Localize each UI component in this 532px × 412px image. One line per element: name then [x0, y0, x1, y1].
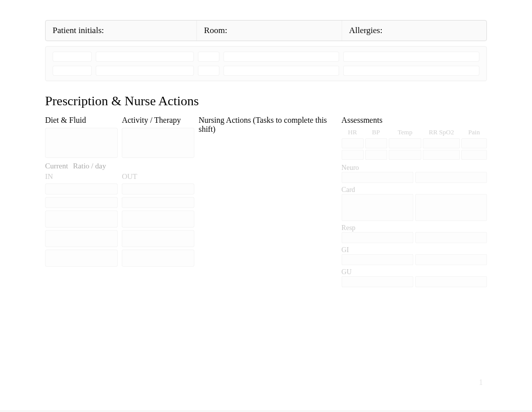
diet-current-label: Current: [45, 162, 68, 170]
diet-row: [45, 197, 118, 208]
nursing-heading: Nursing Actions (Tasks to complete this …: [198, 116, 337, 137]
vitals-cell: [423, 138, 459, 148]
col-nursing-actions: Nursing Actions (Tasks to complete this …: [198, 116, 337, 287]
vitals-table: HR BP Temp RR SpO2 Pain: [342, 128, 487, 160]
assess-card-label: Card: [342, 185, 413, 194]
info-grid-block: [45, 46, 487, 81]
assess-cell: [342, 232, 413, 243]
diet-row: [45, 250, 118, 267]
grid-cell: [343, 52, 479, 62]
diet-fluid-heading: Diet & Fluid: [45, 116, 118, 128]
activity-heading: Activity / Therapy: [122, 116, 194, 128]
vitals-cell: [389, 138, 422, 148]
diet-ratio-label: Ratio / day: [73, 162, 106, 170]
assess-neuro-label: Neuro: [342, 163, 413, 172]
footer-line: [0, 410, 532, 412]
page-number: 1: [479, 378, 483, 387]
activity-row: [122, 250, 194, 267]
assess-cell: [342, 276, 413, 287]
grid-cell: [343, 66, 479, 76]
activity-row: [122, 211, 194, 228]
vitals-cell: [389, 150, 422, 160]
grid-cell: [198, 66, 219, 76]
assess-cell: [415, 232, 487, 243]
grid-cell: [96, 52, 194, 62]
assess-cell: [342, 194, 413, 221]
col-diet-fluid: Diet & Fluid Current Ratio / day IN: [45, 116, 118, 287]
room-label: Room:: [197, 21, 342, 41]
grid-cell: [53, 66, 92, 76]
vitals-cell: [342, 150, 364, 160]
vitals-cell: [365, 138, 387, 148]
section-title: Prescription & Nurse Actions: [45, 94, 487, 109]
activity-box: [122, 128, 194, 158]
grid-cell: [223, 66, 340, 76]
col-assessments: Assessments HR BP Temp RR SpO2 Pain Neur…: [342, 116, 487, 287]
assess-resp-label: Resp: [342, 223, 413, 232]
vitals-hr-head: HR: [342, 128, 364, 137]
assessments-heading: Assessments: [342, 116, 487, 128]
vitals-cell: [365, 150, 387, 160]
vitals-cell: [461, 138, 487, 148]
grid-cell: [53, 52, 92, 62]
assess-cell: [415, 254, 487, 265]
vitals-bp-head: BP: [365, 128, 387, 137]
assess-gi-label: GI: [342, 245, 413, 254]
patient-initials-label: Patient initials:: [46, 21, 197, 41]
assess-cell: [415, 172, 487, 183]
vitals-cell: [423, 150, 459, 160]
assess-cell: [342, 254, 413, 265]
assess-cell: [415, 194, 487, 221]
diet-box: [45, 128, 118, 158]
activity-row: [122, 197, 194, 208]
patient-header-row: Patient initials: Room: Allergies:: [45, 20, 487, 41]
diet-inline-labels: Current Ratio / day: [45, 162, 118, 170]
col-activity-therapy: Activity / Therapy . OUT: [122, 116, 194, 287]
diet-out-label: OUT: [122, 172, 194, 181]
allergies-label: Allergies:: [342, 21, 486, 41]
vitals-temp-head: Temp: [389, 128, 422, 137]
grid-cell: [198, 52, 219, 62]
assess-cell: [415, 276, 487, 287]
main-columns: Diet & Fluid Current Ratio / day IN Acti…: [45, 116, 487, 287]
assess-gu-label: GU: [342, 267, 413, 276]
diet-row: [45, 183, 118, 194]
vitals-cell: [342, 138, 364, 148]
assess-cell: [342, 172, 413, 183]
grid-cell: [223, 52, 340, 62]
activity-row: [122, 183, 194, 194]
grid-cell: [96, 66, 194, 76]
diet-in-label: IN: [45, 172, 118, 181]
vitals-cell: [461, 150, 487, 160]
activity-row: [122, 230, 194, 247]
assess-rows: Neuro . Card . Resp .: [342, 163, 487, 287]
vitals-rrspo2-head: RR SpO2: [423, 128, 459, 137]
diet-row: [45, 211, 118, 228]
vitals-pain-head: Pain: [461, 128, 487, 137]
diet-row: [45, 230, 118, 247]
